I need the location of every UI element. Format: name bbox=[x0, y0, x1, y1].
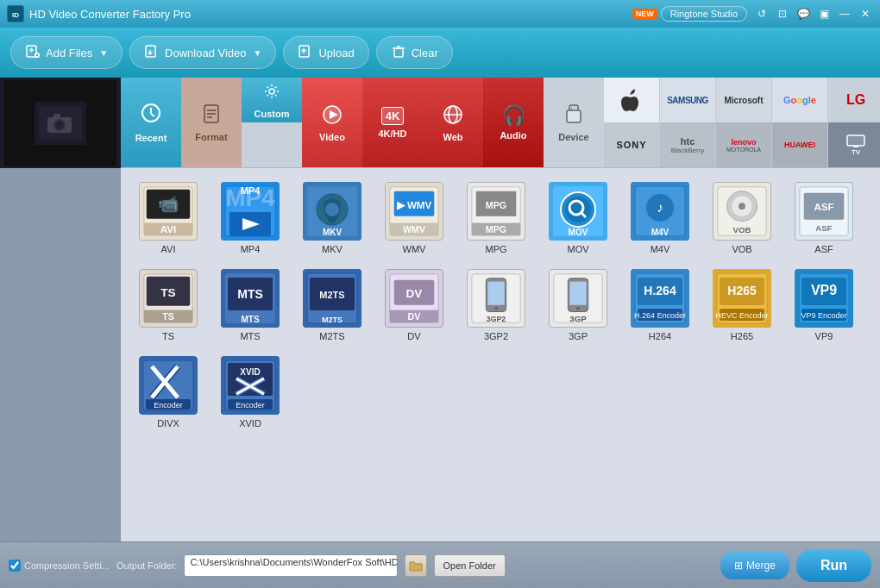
brand-lenovo[interactable]: lenovo MOTOROLA bbox=[716, 122, 772, 167]
category-4k[interactable]: 4K 4K/HD bbox=[362, 78, 423, 167]
fourk-label: 4K/HD bbox=[378, 128, 406, 139]
brand-tv[interactable]: TV bbox=[828, 122, 880, 167]
add-files-button[interactable]: Add Files ▼ bbox=[10, 36, 123, 69]
dv-label: DV bbox=[407, 331, 420, 341]
svg-rect-20 bbox=[53, 114, 60, 118]
vp9-label: VP9 bbox=[815, 331, 833, 341]
chat-button[interactable]: 💬 bbox=[795, 6, 811, 22]
upload-button[interactable]: Upload bbox=[283, 36, 368, 69]
format-mkv[interactable]: MKV MKV bbox=[293, 177, 371, 260]
format-wmv[interactable]: ▶ WMV WMV WMV bbox=[375, 177, 453, 260]
ringtone-studio-button[interactable]: Ringtone Studio bbox=[661, 6, 747, 22]
format-ts[interactable]: TS TS TS bbox=[129, 264, 207, 347]
svg-text:ASF: ASF bbox=[815, 223, 832, 233]
format-vp9[interactable]: VP9 VP9 Encoder VP9 bbox=[785, 264, 863, 347]
merge-label: Merge bbox=[746, 560, 776, 572]
brand-microsoft[interactable]: Microsoft bbox=[716, 78, 772, 122]
compression-checkbox[interactable] bbox=[9, 560, 21, 572]
format-m2ts[interactable]: M2TS M2TS M2TS bbox=[293, 264, 371, 347]
undo-button[interactable]: ↺ bbox=[754, 6, 770, 22]
compression-label: Compression Setti... bbox=[24, 560, 110, 571]
h265-label: H265 bbox=[731, 331, 753, 341]
svg-text:VOB: VOB bbox=[733, 225, 751, 235]
svg-rect-123 bbox=[569, 282, 586, 305]
format-3gp[interactable]: 3GP 3GP bbox=[539, 264, 617, 347]
brand-samsung[interactable]: SAMSUNG bbox=[660, 78, 716, 122]
format-xvid[interactable]: XVID Encoder XVID bbox=[211, 351, 289, 434]
svg-text:3GP: 3GP bbox=[569, 314, 587, 323]
brand-row-2: SONY htc BlackBerry lenovo MOTOROLA bbox=[604, 122, 880, 167]
download-video-button[interactable]: Download Video ▼ bbox=[129, 36, 276, 69]
format-vob[interactable]: VOB VOB bbox=[703, 177, 781, 260]
close-button[interactable]: ✕ bbox=[858, 6, 873, 22]
svg-text:MOV: MOV bbox=[569, 228, 588, 237]
format-dv[interactable]: DV DV DV bbox=[375, 264, 453, 347]
custom-section: Custom bbox=[242, 78, 302, 167]
format-mts[interactable]: MTS MTS MTS bbox=[211, 264, 289, 347]
browse-folder-button[interactable] bbox=[405, 554, 427, 577]
svg-text:3GP2: 3GP2 bbox=[487, 315, 506, 323]
svg-point-124 bbox=[576, 307, 580, 310]
format-grid: 📹 AVI AVI MP4 MP4 bbox=[121, 168, 880, 541]
open-folder-button[interactable]: Open Folder bbox=[434, 554, 506, 577]
category-audio[interactable]: 🎧 Audio bbox=[483, 78, 544, 167]
upload-label: Upload bbox=[318, 47, 354, 59]
svg-text:▶ WMV: ▶ WMV bbox=[397, 199, 432, 210]
svg-text:H.264: H.264 bbox=[644, 284, 676, 297]
category-recent[interactable]: Recent bbox=[121, 78, 181, 167]
svg-point-85 bbox=[739, 203, 745, 210]
format-mp4[interactable]: MP4 MP4 MP4 bbox=[211, 177, 289, 260]
category-video[interactable]: Video bbox=[302, 78, 362, 167]
vob-label: VOB bbox=[732, 244, 751, 254]
fourk-icon: 4K bbox=[381, 107, 405, 125]
app-logo: ID bbox=[7, 5, 24, 22]
sony-logo: SONY bbox=[616, 140, 646, 150]
svg-text:ID: ID bbox=[12, 11, 19, 19]
output-path-display[interactable]: C:\Users\krishna\Documents\WonderFox Sof… bbox=[184, 554, 397, 577]
svg-rect-12 bbox=[394, 48, 403, 57]
category-device[interactable]: Device bbox=[544, 78, 604, 167]
format-avi[interactable]: 📹 AVI AVI bbox=[129, 177, 207, 260]
svg-text:M2TS: M2TS bbox=[319, 290, 344, 300]
compression-settings[interactable]: Compression Setti... bbox=[9, 560, 110, 572]
category-web[interactable]: Web bbox=[423, 78, 483, 167]
huawei-logo: HUAWEI bbox=[784, 141, 815, 149]
category-format[interactable]: Format bbox=[181, 78, 242, 167]
format-m4v[interactable]: ♪ M4V M4V bbox=[621, 177, 699, 260]
minimize-button[interactable]: — bbox=[837, 6, 852, 22]
svg-text:VP9: VP9 bbox=[811, 283, 837, 297]
app-title: HD Video Converter Factory Pro bbox=[29, 8, 632, 21]
format-mov[interactable]: MOV MOV bbox=[539, 177, 617, 260]
left-panel bbox=[0, 78, 121, 541]
format-3gp2[interactable]: 3GP2 3GP2 bbox=[457, 264, 535, 347]
brand-htc[interactable]: htc BlackBerry bbox=[660, 122, 716, 167]
format-h264[interactable]: H.264 H.264 Encoder H264 bbox=[621, 264, 699, 347]
merge-button[interactable]: ⊞ Merge bbox=[720, 552, 789, 579]
run-button[interactable]: Run bbox=[796, 549, 871, 582]
brand-sony[interactable]: SONY bbox=[604, 122, 660, 167]
clear-button[interactable]: Clear bbox=[376, 36, 453, 69]
web-icon bbox=[442, 103, 464, 128]
svg-text:DV: DV bbox=[408, 311, 422, 322]
format-divx[interactable]: Encoder DIVX bbox=[129, 351, 207, 434]
svg-text:MPG: MPG bbox=[486, 224, 506, 235]
format-mpg[interactable]: MPG MPG MPG bbox=[457, 177, 535, 260]
brand-apple[interactable] bbox=[604, 78, 660, 122]
format-asf[interactable]: ASF ASF ASF bbox=[785, 177, 863, 260]
brand-huawei[interactable]: HUAWEI bbox=[772, 122, 828, 167]
svg-text:WMV: WMV bbox=[403, 224, 426, 235]
redo-button[interactable]: ⊡ bbox=[775, 6, 790, 22]
svg-text:MKV: MKV bbox=[323, 228, 343, 237]
asf-label: ASF bbox=[814, 244, 833, 254]
category-custom[interactable]: Custom bbox=[242, 78, 302, 122]
lg-logo: LG bbox=[846, 92, 865, 108]
format-panel: Recent Format bbox=[121, 78, 880, 541]
brand-google[interactable]: Google bbox=[772, 78, 828, 122]
svg-text:HEVC Encoder: HEVC Encoder bbox=[715, 311, 768, 320]
grid-button[interactable]: ▣ bbox=[816, 6, 832, 22]
device-label: Device bbox=[558, 132, 588, 142]
brand-lg[interactable]: LG bbox=[828, 78, 880, 122]
format-h265[interactable]: H265 HEVC Encoder H265 bbox=[703, 264, 781, 347]
device-icon bbox=[563, 103, 585, 128]
audio-icon: 🎧 bbox=[502, 104, 525, 127]
